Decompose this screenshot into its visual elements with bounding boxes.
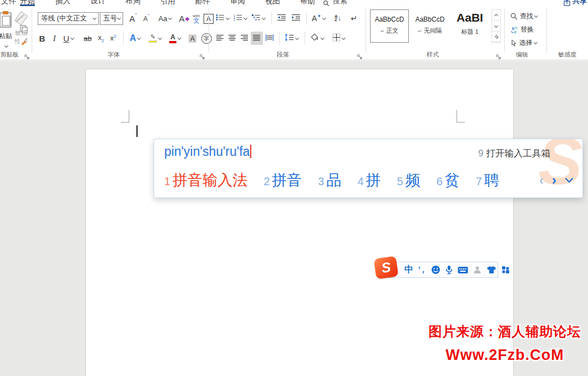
eraser-icon: ◆ bbox=[185, 16, 190, 22]
font-color-button[interactable]: A bbox=[166, 32, 184, 45]
align-left-button[interactable] bbox=[214, 32, 226, 45]
style-no-spacing[interactable]: AaBbCcD ↵ 无间隔 bbox=[411, 9, 449, 43]
tab-home[interactable]: 开始 bbox=[20, 0, 35, 6]
style-normal[interactable]: AaBbCcD ↵ 正文 bbox=[370, 9, 409, 43]
tab-references[interactable]: 引用 bbox=[160, 0, 175, 6]
tab-file[interactable]: 文件 bbox=[1, 0, 16, 6]
numbering-button[interactable]: 123 bbox=[232, 12, 249, 24]
sogou-toolbar: 中 ’， bbox=[388, 262, 498, 278]
watermark-source-text: 图片来源：酒人辅助论坛 bbox=[423, 323, 587, 341]
line-spacing-button[interactable] bbox=[282, 32, 301, 45]
borders-button[interactable] bbox=[329, 32, 349, 45]
enclose-characters-button[interactable]: 字 bbox=[200, 32, 213, 45]
align-center-button[interactable] bbox=[226, 32, 239, 45]
multilevel-list-icon bbox=[252, 13, 261, 23]
chevron-down-icon bbox=[261, 16, 265, 19]
chevron-down-icon bbox=[70, 35, 74, 39]
sogou-skin-button[interactable] bbox=[486, 266, 496, 274]
sogou-keyboard-button[interactable] bbox=[458, 266, 468, 274]
document-area: S pin'yin'shu'ru'fa 9打开输入工具箱 1拼音输入法 2拼音 … bbox=[0, 61, 588, 376]
styles-scroll-down-button[interactable] bbox=[492, 21, 500, 31]
strikethrough-button[interactable]: ab bbox=[80, 32, 95, 45]
tab-review[interactable]: 审阅 bbox=[230, 0, 245, 6]
sogou-voice-button[interactable] bbox=[445, 265, 453, 275]
increase-indent-button[interactable] bbox=[290, 12, 303, 24]
sogou-punctuation-button[interactable]: ’， bbox=[418, 265, 426, 275]
sogou-account-button[interactable] bbox=[473, 266, 481, 274]
styles-gallery-more-button[interactable] bbox=[492, 32, 500, 42]
styles-dialog-launcher-icon[interactable] bbox=[496, 52, 502, 58]
line-spacing-icon bbox=[285, 33, 294, 43]
tab-help[interactable]: 帮助 bbox=[300, 0, 315, 6]
text-effects-button[interactable]: A bbox=[126, 32, 144, 45]
styles-scroll-up-button[interactable] bbox=[492, 10, 500, 21]
chevron-down-icon bbox=[168, 16, 172, 20]
italic-button[interactable]: I bbox=[49, 32, 60, 45]
search-box[interactable]: 搜索 bbox=[323, 0, 347, 6]
character-shading-button[interactable]: A bbox=[186, 32, 199, 45]
style-heading-1[interactable]: AaBI 标题 1 bbox=[450, 9, 489, 43]
sensitivity-button[interactable]: 敏感 性 bbox=[7, 11, 36, 45]
tab-layout[interactable]: 布局 bbox=[125, 0, 140, 6]
clipboard-dialog-launcher-icon[interactable] bbox=[24, 52, 31, 58]
paragraph-dialog-launcher-icon[interactable] bbox=[357, 52, 363, 58]
font-size-combobox[interactable]: 五号 bbox=[100, 12, 123, 25]
grow-font-button[interactable]: Aˆ bbox=[126, 12, 140, 25]
chevron-down-icon bbox=[295, 35, 299, 39]
ime-next-page-icon[interactable]: › bbox=[552, 174, 556, 187]
distribute-button[interactable] bbox=[263, 32, 276, 45]
find-button[interactable]: 查找 bbox=[510, 12, 538, 21]
superscript-button[interactable]: x2 bbox=[107, 32, 119, 45]
ime-candidate-1[interactable]: 1拼音输入法 bbox=[164, 170, 247, 190]
multilevel-list-button[interactable] bbox=[250, 12, 267, 24]
tab-view[interactable]: 视图 bbox=[265, 0, 280, 6]
ime-candidate-4[interactable]: 4拼 bbox=[357, 170, 381, 190]
font-name-combobox[interactable]: 等线 (中文正文 bbox=[38, 12, 99, 25]
ime-candidate-5[interactable]: 5频 bbox=[397, 170, 420, 190]
justify-button[interactable] bbox=[251, 32, 263, 45]
watermark-url-text: Www.2Fzb.CoM bbox=[423, 347, 587, 364]
margin-corner-left-icon bbox=[121, 110, 129, 123]
decrease-indent-button[interactable] bbox=[275, 12, 288, 24]
subscript-button[interactable]: x2 bbox=[95, 32, 107, 45]
chevron-down-icon bbox=[320, 35, 324, 39]
increase-indent-icon bbox=[292, 13, 301, 23]
ime-expand-icon[interactable] bbox=[565, 175, 574, 185]
ime-candidate-6[interactable]: 6贫 bbox=[437, 170, 460, 190]
show-hide-marks-button[interactable]: ↵ bbox=[347, 12, 361, 24]
ime-toolbox-hint[interactable]: 9打开输入工具箱 bbox=[478, 148, 550, 160]
ime-prev-page-icon[interactable]: ‹ bbox=[539, 174, 544, 187]
clear-formatting-button[interactable]: A◆ bbox=[178, 12, 191, 25]
font-dialog-launcher-icon[interactable] bbox=[200, 52, 206, 58]
shading-button[interactable] bbox=[308, 32, 327, 45]
phonetic-guide-button[interactable]: wén文 bbox=[191, 12, 202, 25]
replace-button[interactable]: bc 替换 bbox=[510, 25, 534, 34]
justify-icon bbox=[253, 33, 261, 43]
bold-button[interactable]: B bbox=[37, 32, 48, 45]
tab-insert[interactable]: 插入 bbox=[55, 0, 70, 6]
chevron-down-icon bbox=[23, 39, 27, 43]
ime-candidate-2[interactable]: 2拼音 bbox=[263, 170, 302, 190]
asian-layout-button[interactable]: A✦ bbox=[310, 12, 328, 24]
sogou-emoji-button[interactable] bbox=[431, 265, 440, 275]
bullets-button[interactable] bbox=[214, 12, 231, 24]
find-magnifier-icon bbox=[510, 13, 518, 20]
highlight-color-button[interactable]: ✎ bbox=[146, 32, 165, 45]
borders-grid-icon bbox=[332, 33, 341, 44]
change-case-button[interactable]: Aa bbox=[156, 12, 174, 25]
tab-mailings[interactable]: 邮件 bbox=[195, 0, 210, 6]
sogou-chinese-mode-button[interactable]: 中 bbox=[404, 264, 413, 276]
ime-candidate-7[interactable]: 7聘 bbox=[476, 170, 499, 190]
share-button[interactable]: 共享 bbox=[564, 0, 587, 6]
font-group-label: 字体 bbox=[89, 50, 139, 59]
sogou-logo[interactable]: S bbox=[374, 256, 399, 279]
tab-design[interactable]: 设计 bbox=[90, 0, 105, 6]
shrink-font-button[interactable]: Aˇ bbox=[140, 12, 153, 25]
align-right-button[interactable] bbox=[239, 32, 251, 45]
underline-button[interactable]: U bbox=[60, 32, 78, 45]
paint-bucket-icon bbox=[311, 33, 320, 43]
sogou-toolbox-button[interactable] bbox=[501, 266, 510, 274]
select-button[interactable]: 选择 bbox=[510, 38, 538, 48]
ime-candidate-3[interactable]: 3品 bbox=[318, 170, 341, 190]
sort-button[interactable]: AZ ↓ bbox=[331, 12, 345, 24]
